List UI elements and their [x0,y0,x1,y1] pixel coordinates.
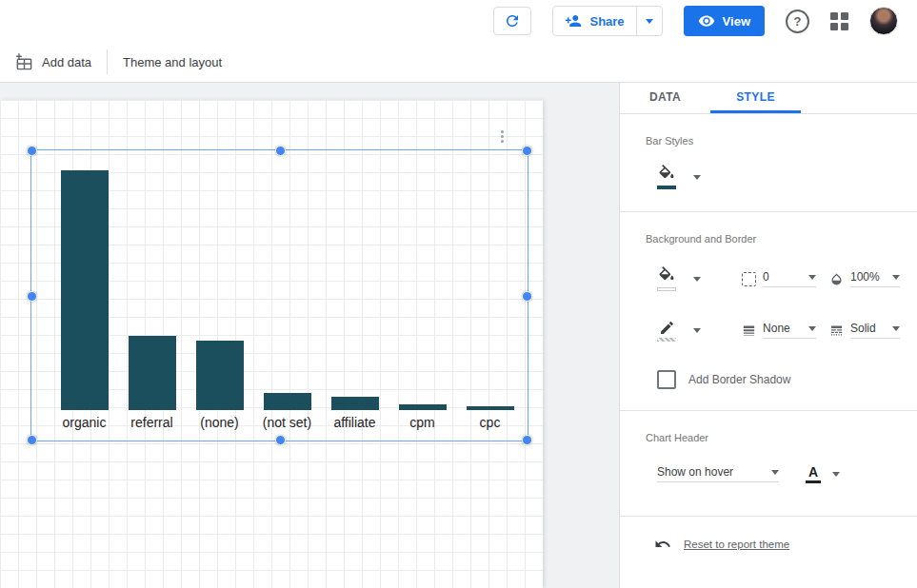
opacity-select[interactable]: 100% [850,270,900,287]
help-button[interactable]: ? [786,10,809,33]
bar-fill-color-bar [657,186,676,189]
caret-down-icon [808,326,816,331]
chart-column: (none) [186,150,253,441]
paint-bucket-stack [655,266,678,291]
caret-down-icon [892,275,900,280]
border-weight-group: None [742,322,829,339]
bar-cpc[interactable] [467,406,514,410]
theme-layout-label: Theme and layout [123,55,222,69]
chart-overflow-menu-icon[interactable] [497,127,508,147]
edit-toolbar: Add data Theme and layout [0,42,917,83]
chart-column: cpm [389,150,456,441]
app-header: Share View ? [0,0,917,42]
border-weight-value: None [763,322,790,335]
share-button-main[interactable]: Share [553,7,635,35]
border-color-group [646,320,742,342]
bar-label: (not set) [263,415,311,433]
bar-none[interactable] [196,341,244,410]
canvas-area: organicreferral(none)(not set)affiliatec… [0,83,619,588]
reset-theme-link[interactable]: Reset to report theme [684,539,789,550]
bar-referral[interactable] [129,336,176,410]
selection-handle-nw[interactable] [27,146,37,156]
selection-handle-ne[interactable] [522,146,532,156]
opacity-group: 100% [829,270,900,287]
paint-bucket-stack [655,165,678,189]
add-data-label: Add data [42,55,91,69]
view-label: View [723,14,750,29]
chart-header-row: Show on hover A [657,461,900,487]
help-icon: ? [794,14,802,29]
background-color-group [646,266,742,291]
apps-grid-dot [841,12,848,20]
border-color-picker[interactable] [655,320,701,342]
selection-handle-e[interactable] [522,291,532,302]
add-data-icon [15,53,33,71]
avatar[interactable] [869,7,898,35]
border-color-bar [657,338,676,342]
tab-style[interactable]: STYLE [710,83,801,113]
caret-down-icon [693,328,701,333]
chart-header-visibility-value: Show on hover [657,465,733,479]
border-radius-value: 0 [763,270,769,284]
line-style-icon [829,323,844,338]
background-row-2: None Solid [646,313,900,347]
caret-down-icon [771,470,779,475]
share-menu-button[interactable] [636,7,662,35]
toolbar-divider [107,49,108,74]
bar-styles-title: Bar Styles [646,135,900,147]
panel-tabs: DATA STYLE [620,83,917,114]
theme-layout-button[interactable]: Theme and layout [123,55,222,69]
border-shadow-checkbox[interactable] [657,370,676,389]
line-weight-icon [742,323,756,338]
main-content: organicreferral(none)(not set)affiliatec… [0,83,917,588]
bar-affiliate[interactable] [331,397,379,410]
undo-icon[interactable] [654,536,671,553]
border-weight-select[interactable]: None [763,322,816,339]
bar-organic[interactable] [61,170,109,410]
selection-handle-n[interactable] [275,146,286,156]
chart-selection-frame[interactable]: organicreferral(none)(not set)affiliatec… [30,149,528,441]
share-button[interactable]: Share [552,6,662,36]
bar-color-row [646,160,900,194]
caret-down-icon [693,277,701,282]
chart-column: cpc [456,150,524,441]
border-radius-icon [742,272,756,286]
border-style-select[interactable]: Solid [850,322,900,339]
bar-chart: organicreferral(none)(not set)affiliatec… [50,150,528,441]
report-canvas[interactable]: organicreferral(none)(not set)affiliatec… [0,100,543,588]
selection-handle-se[interactable] [522,435,532,445]
tab-data[interactable]: DATA [620,83,710,113]
bar-notset[interactable] [264,393,311,410]
paint-bucket-icon [657,165,676,184]
border-radius-select[interactable]: 0 [763,270,816,287]
eye-icon [698,12,715,29]
view-button[interactable]: View [684,6,765,36]
bar-label: (none) [200,415,238,433]
background-color-bar [657,287,676,291]
border-style-value: Solid [850,322,876,335]
share-label: Share [589,14,624,29]
chart-header-visibility-select[interactable]: Show on hover [657,465,779,482]
add-data-button[interactable]: Add data [15,53,91,71]
bar-cpm[interactable] [399,404,447,410]
caret-down-icon [646,19,653,24]
bar-label: referral [130,415,172,433]
caret-down-icon [693,175,701,180]
background-color-picker[interactable] [655,266,701,291]
background-border-title: Background and Border [646,233,900,245]
apps-grid-icon[interactable] [830,12,848,30]
background-row-1: 0 100% [646,262,900,296]
caret-down-icon [808,275,816,280]
properties-panel: DATA STYLE Bar Styles [619,83,917,588]
font-color-icon: A [806,464,821,483]
chart-column: referral [118,150,186,441]
opacity-icon [829,272,844,286]
chart-header-section: Chart Header Show on hover A [620,411,917,516]
chart-header-font-color-picker[interactable]: A [806,464,840,483]
selection-handle-w[interactable] [27,291,37,302]
refresh-button[interactable] [493,7,531,35]
bar-fill-color-picker[interactable] [655,165,701,189]
apps-grid-dot [830,12,838,20]
selection-handle-sw[interactable] [27,435,37,445]
selection-handle-s[interactable] [275,435,286,445]
